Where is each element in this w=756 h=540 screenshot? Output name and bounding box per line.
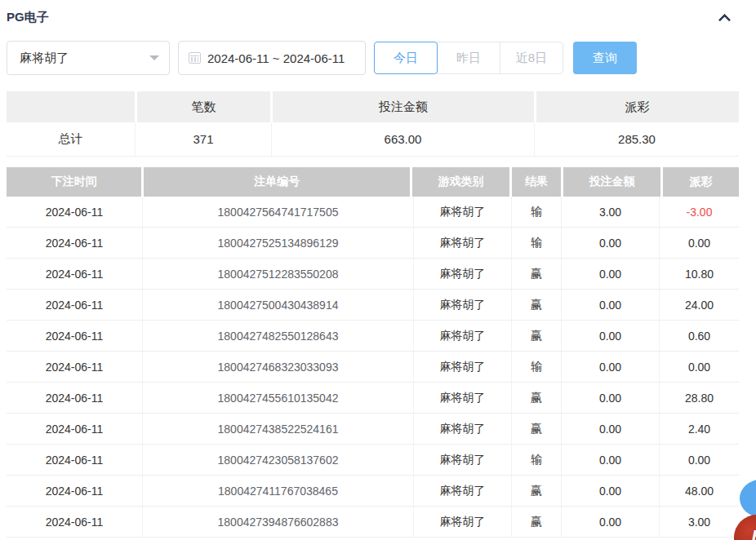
cell-game-type: 麻将胡了 <box>414 383 512 413</box>
cell-order-no: 1800427411767038465 <box>143 476 414 506</box>
cell-bet-time: 2024-06-11 <box>7 476 143 506</box>
cell-bet-time: 2024-06-11 <box>7 383 143 413</box>
cell-payout: -3.00 <box>660 197 739 227</box>
calendar-icon <box>189 52 201 64</box>
records-table: 下注时间 注单编号 游戏类别 结果 投注金额 派彩 2024-06-11 180… <box>7 167 739 538</box>
cell-payout: 24.00 <box>660 290 739 320</box>
table-row: 2024-06-11 1800427564741717505 麻将胡了 输 3.… <box>7 197 739 228</box>
cell-payout: 0.00 <box>660 445 739 475</box>
cell-bet-amount: 0.00 <box>562 321 660 351</box>
cell-order-no: 1800427525134896129 <box>143 228 414 258</box>
cell-bet-amount: 0.00 <box>562 414 660 444</box>
yesterday-button[interactable]: 昨日 <box>437 42 500 74</box>
col-header-result: 结果 <box>512 167 561 197</box>
last8days-button[interactable]: 近8日 <box>500 42 563 74</box>
table-row: 2024-06-11 1800427423058137602 麻将胡了 输 0.… <box>7 445 739 476</box>
cell-result: 输 <box>512 228 562 258</box>
records-table-body: 2024-06-11 1800427564741717505 麻将胡了 输 3.… <box>7 197 739 538</box>
cell-game-type: 麻将胡了 <box>414 414 512 444</box>
cell-bet-amount: 0.00 <box>562 383 660 413</box>
cell-game-type: 麻将胡了 <box>414 259 512 289</box>
cell-game-type: 麻将胡了 <box>414 476 512 506</box>
cell-bet-time: 2024-06-11 <box>7 259 143 289</box>
cell-result: 输 <box>512 352 562 382</box>
chevron-up-icon <box>718 13 731 26</box>
quick-range-group: 今日 昨日 近8日 <box>374 42 563 74</box>
cell-game-type: 麻将胡了 <box>414 197 512 227</box>
col-header-payout: 派彩 <box>663 167 739 197</box>
cell-result: 赢 <box>512 476 562 506</box>
cell-payout: 0.60 <box>660 321 739 351</box>
cell-bet-amount: 0.00 <box>562 476 660 506</box>
caret-down-icon <box>149 55 159 60</box>
summary-total-bet-amount: 663.00 <box>272 122 535 156</box>
table-row: 2024-06-11 1800427411767038465 麻将胡了 赢 0.… <box>7 476 739 507</box>
cell-bet-amount: 0.00 <box>562 290 660 320</box>
cell-payout: 0.00 <box>660 352 739 382</box>
summary-header-blank <box>7 91 135 122</box>
cell-bet-amount: 0.00 <box>562 259 660 289</box>
collapse-panel-button[interactable] <box>715 10 733 24</box>
panel-header: PG电子 <box>0 0 756 24</box>
cell-game-type: 麻将胡了 <box>414 507 512 537</box>
game-select[interactable]: 麻将胡了 <box>7 41 170 75</box>
cell-payout: 3.00 <box>660 507 739 537</box>
date-range-value: 2024-06-11 ~ 2024-06-11 <box>207 51 345 65</box>
date-range-input[interactable]: 2024-06-11 ~ 2024-06-11 <box>178 41 366 75</box>
cell-bet-time: 2024-06-11 <box>7 414 143 444</box>
cell-order-no: 1800427438522524161 <box>143 414 414 444</box>
brand-logo-icon: b <box>751 527 756 540</box>
pg-records-panel: PG电子 麻将胡了 2024-06-11 ~ 2024-06-11 今日 昨日 … <box>0 0 756 540</box>
summary-header-bet-amount: 投注金额 <box>273 91 534 122</box>
table-row: 2024-06-11 1800427500430438914 麻将胡了 赢 0.… <box>7 290 739 321</box>
cell-game-type: 麻将胡了 <box>414 352 512 382</box>
table-row: 2024-06-11 1800427525134896129 麻将胡了 输 0.… <box>7 228 739 259</box>
summary-header-payout: 派彩 <box>536 91 739 122</box>
cell-bet-time: 2024-06-11 <box>7 507 143 537</box>
summary-header-row: 笔数 投注金额 派彩 <box>7 91 739 122</box>
col-header-game-type: 游戏类别 <box>412 167 509 197</box>
summary-header-count: 笔数 <box>137 91 270 122</box>
summary-total-label: 总计 <box>7 122 136 156</box>
cell-payout: 2.40 <box>660 414 739 444</box>
summary-total-row: 总计 371 663.00 285.30 <box>7 122 739 157</box>
filter-bar: 麻将胡了 2024-06-11 ~ 2024-06-11 今日 昨日 近8日 查… <box>7 41 756 75</box>
table-row: 2024-06-11 1800427438522524161 麻将胡了 赢 0.… <box>7 414 739 445</box>
col-header-bet-time: 下注时间 <box>7 167 141 197</box>
col-header-bet-amount: 投注金额 <box>563 167 660 197</box>
cell-result: 赢 <box>512 321 562 351</box>
table-row: 2024-06-11 1800427455610135042 麻将胡了 赢 0.… <box>7 383 739 414</box>
page-title: PG电子 <box>7 10 49 25</box>
col-header-order-no: 注单编号 <box>144 167 410 197</box>
game-select-value: 麻将胡了 <box>20 51 69 66</box>
cell-game-type: 麻将胡了 <box>414 290 512 320</box>
chat-float-button[interactable] <box>740 480 756 517</box>
cell-bet-amount: 0.00 <box>562 228 660 258</box>
cell-payout: 10.80 <box>660 259 739 289</box>
cell-order-no: 1800427500430438914 <box>143 290 414 320</box>
cell-order-no: 1800427564741717505 <box>143 197 414 227</box>
cell-bet-time: 2024-06-11 <box>7 197 143 227</box>
cell-result: 赢 <box>512 507 562 537</box>
table-row: 2024-06-11 1800427482550128643 麻将胡了 赢 0.… <box>7 321 739 352</box>
cell-payout: 0.00 <box>660 228 739 258</box>
cell-order-no: 1800427455610135042 <box>143 383 414 413</box>
cell-bet-amount: 3.00 <box>562 197 660 227</box>
cell-bet-amount: 0.00 <box>562 352 660 382</box>
cell-bet-time: 2024-06-11 <box>7 352 143 382</box>
table-row: 2024-06-11 1800427394876602883 麻将胡了 赢 0.… <box>7 507 739 538</box>
cell-game-type: 麻将胡了 <box>414 321 512 351</box>
summary-total-payout: 285.30 <box>535 122 739 156</box>
summary-total-count: 371 <box>136 122 272 156</box>
today-button[interactable]: 今日 <box>374 42 438 74</box>
records-header-row: 下注时间 注单编号 游戏类别 结果 投注金额 派彩 <box>7 167 739 197</box>
cell-order-no: 1800427394876602883 <box>143 507 414 537</box>
cell-bet-time: 2024-06-11 <box>7 228 143 258</box>
cell-order-no: 1800427482550128643 <box>143 321 414 351</box>
cell-result: 赢 <box>512 290 562 320</box>
cell-payout: 48.00 <box>660 476 739 506</box>
query-button[interactable]: 查询 <box>573 42 637 74</box>
cell-result: 输 <box>512 197 562 227</box>
summary-table: 笔数 投注金额 派彩 总计 371 663.00 285.30 <box>7 91 739 157</box>
cell-game-type: 麻将胡了 <box>414 228 512 258</box>
